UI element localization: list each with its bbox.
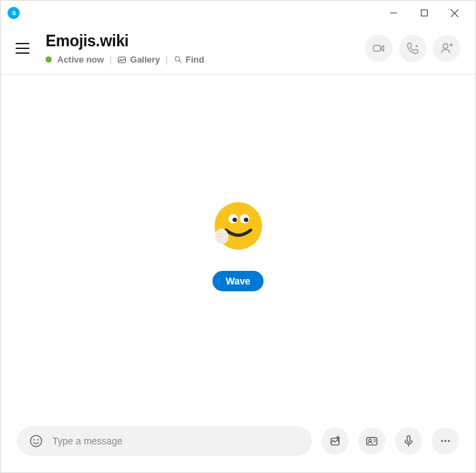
- skype-logo-icon: S: [7, 7, 20, 19]
- phone-icon: [406, 42, 419, 55]
- voice-message-button[interactable]: [395, 427, 422, 455]
- more-icon: [439, 434, 452, 448]
- minimize-button[interactable]: [378, 3, 409, 23]
- contact-card-icon: [365, 434, 379, 448]
- maximize-button[interactable]: [409, 3, 439, 23]
- smiley-icon: [29, 434, 44, 448]
- svg-point-26: [369, 439, 372, 442]
- chat-header: Emojis.wiki Active now | Gallery | Find: [1, 25, 475, 75]
- divider: |: [165, 54, 168, 65]
- svg-point-7: [175, 56, 180, 61]
- audio-call-button[interactable]: [399, 35, 426, 62]
- more-options-button[interactable]: [432, 427, 459, 455]
- message-input[interactable]: [46, 436, 305, 446]
- status-text: Active now: [57, 54, 104, 65]
- svg-point-16: [232, 218, 236, 222]
- message-input-container[interactable]: [17, 426, 312, 456]
- attach-file-button[interactable]: [321, 427, 349, 455]
- svg-point-19: [31, 436, 42, 447]
- svg-rect-9: [374, 46, 381, 51]
- menu-button[interactable]: [16, 40, 32, 56]
- svg-line-8: [179, 61, 181, 63]
- svg-rect-2: [421, 10, 427, 16]
- message-input-bar: [1, 417, 475, 472]
- gallery-label: Gallery: [130, 54, 160, 65]
- svg-rect-29: [407, 436, 410, 442]
- titlebar: S: [1, 1, 475, 25]
- video-call-button[interactable]: [365, 35, 392, 62]
- svg-point-31: [441, 440, 443, 442]
- chat-title: Emojis.wiki: [46, 32, 365, 50]
- svg-point-33: [448, 440, 450, 442]
- wave-button[interactable]: Wave: [212, 271, 263, 291]
- divider: |: [110, 54, 112, 65]
- conversation-area: Wave: [1, 75, 475, 417]
- search-icon: [174, 55, 183, 64]
- svg-point-17: [244, 218, 248, 222]
- svg-text:S: S: [12, 10, 16, 16]
- attach-icon: [328, 434, 342, 448]
- wave-emoji-icon: [212, 200, 264, 252]
- mic-icon: [402, 434, 415, 448]
- add-person-button[interactable]: [433, 35, 460, 62]
- gallery-link[interactable]: Gallery: [117, 54, 160, 65]
- close-button[interactable]: [439, 3, 470, 23]
- contact-card-button[interactable]: [358, 427, 385, 455]
- svg-point-20: [33, 439, 35, 440]
- svg-point-32: [445, 440, 447, 442]
- emoji-button[interactable]: [27, 431, 46, 451]
- find-link[interactable]: Find: [174, 54, 204, 65]
- presence-dot-icon: [46, 56, 52, 63]
- add-person-icon: [440, 42, 454, 55]
- gallery-icon: [117, 55, 127, 65]
- svg-point-10: [443, 44, 448, 48]
- svg-point-21: [37, 439, 39, 440]
- video-icon: [372, 42, 385, 55]
- find-label: Find: [186, 54, 204, 65]
